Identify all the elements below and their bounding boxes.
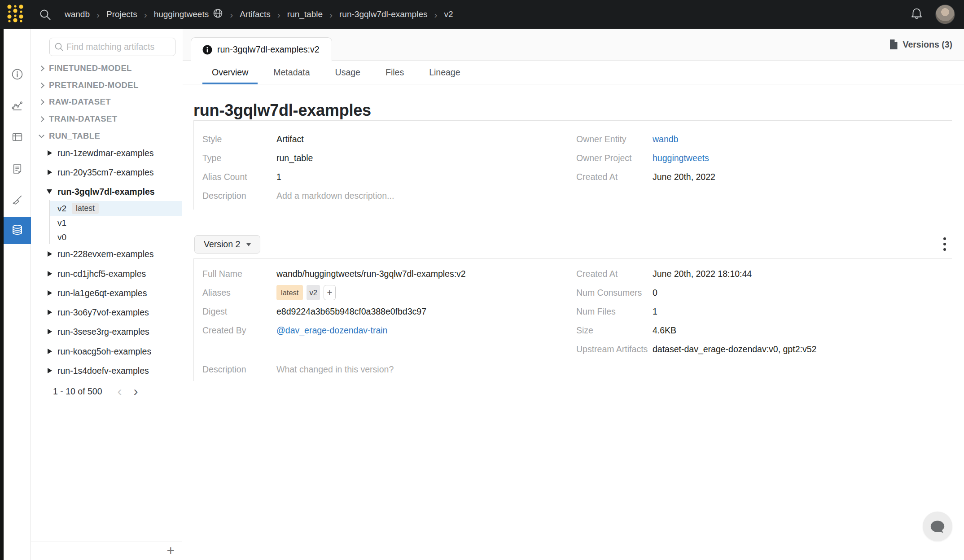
sidebar-version-item-v1[interactable]: v1 bbox=[50, 216, 182, 230]
tab-metadata[interactable]: Metadata bbox=[264, 61, 319, 84]
field-label: Full Name bbox=[202, 269, 276, 279]
sidebar-run-item[interactable]: run-cd1jhcf5-examples bbox=[31, 266, 182, 282]
triangle-right-icon bbox=[48, 349, 52, 354]
field-value: run_table bbox=[276, 153, 313, 163]
sidebar-run-item[interactable]: run-20y35cm7-examples bbox=[31, 164, 182, 180]
alias-tag-latest[interactable]: latest bbox=[276, 285, 303, 300]
breadcrumb-item-artifact-type[interactable]: run_table bbox=[287, 9, 323, 19]
sidebar-run-item[interactable]: run-228evxem-examples bbox=[31, 246, 182, 262]
tab-files[interactable]: Files bbox=[376, 61, 413, 84]
sidebar-run-item[interactable]: run-la1ge6qt-examples bbox=[31, 285, 182, 301]
breadcrumb-item-entity[interactable]: wandb bbox=[65, 9, 90, 19]
version-label: v2 bbox=[57, 204, 66, 214]
breadcrumb-label: run_table bbox=[287, 9, 323, 19]
chevron-right-icon bbox=[39, 83, 44, 88]
triangle-right-icon bbox=[48, 271, 52, 276]
tab-usage[interactable]: Usage bbox=[326, 61, 370, 84]
bell-icon[interactable] bbox=[910, 7, 924, 22]
sidebar-version-item-v2[interactable]: v2 latest bbox=[50, 201, 182, 216]
next-page-button[interactable]: › bbox=[134, 385, 138, 398]
rail-item-charts[interactable] bbox=[4, 93, 31, 120]
nav-rail bbox=[4, 29, 31, 560]
top-navbar: wandb › Projects › huggingtweets › Artif… bbox=[0, 0, 964, 29]
search-icon bbox=[54, 42, 64, 52]
sidebar-category-raw-dataset[interactable]: RAW-DATASET bbox=[31, 94, 182, 109]
rail-item-panels[interactable] bbox=[4, 124, 31, 151]
field-style: Style Artifact bbox=[202, 130, 576, 149]
versions-button[interactable]: Versions (3) bbox=[889, 39, 952, 50]
tab-lineage[interactable]: Lineage bbox=[420, 61, 469, 84]
search-icon[interactable] bbox=[39, 9, 51, 21]
triangle-right-icon bbox=[48, 170, 52, 175]
artifact-tab-card[interactable]: run-3gqlw7dl-examples:v2 bbox=[191, 37, 332, 61]
tab-label: Overview bbox=[212, 67, 248, 78]
artifact-overview-panel: Style Artifact Type run_table Alias Coun… bbox=[193, 120, 952, 214]
sidebar-run-item-expanded[interactable]: run-3gqlw7dl-examples bbox=[31, 184, 182, 200]
versions-button-label: Versions (3) bbox=[903, 39, 952, 50]
tab-label: Lineage bbox=[429, 67, 460, 78]
breadcrumb-item-project[interactable]: huggingtweets bbox=[154, 8, 223, 21]
breadcrumb: wandb › Projects › huggingtweets › Artif… bbox=[65, 8, 453, 21]
file-icon bbox=[889, 39, 898, 50]
alias-tag-v2[interactable]: v2 bbox=[307, 285, 320, 300]
sidebar-run-item[interactable]: run-koacg5oh-examples bbox=[31, 343, 182, 359]
rail-item-overview[interactable] bbox=[4, 61, 31, 88]
field-created-at: Created At June 20th, 2022 bbox=[576, 167, 952, 186]
breadcrumb-item-artifacts[interactable]: Artifacts bbox=[240, 9, 271, 19]
artifact-search-box[interactable] bbox=[49, 38, 175, 56]
breadcrumb-separator: › bbox=[96, 10, 100, 19]
field-label: Upstream Artifacts bbox=[576, 344, 653, 354]
panel-left-rule bbox=[193, 259, 194, 381]
field-alias-count: Alias Count 1 bbox=[202, 167, 576, 186]
sidebar-run-item[interactable]: run-3o6y7vof-examples bbox=[31, 304, 182, 320]
breadcrumb-item-artifact-name[interactable]: run-3gqlw7dl-examples bbox=[339, 9, 427, 19]
sidebar-run-item[interactable]: run-1zewdmar-examples bbox=[31, 145, 182, 161]
category-label: RAW-DATASET bbox=[49, 97, 111, 107]
chat-bubble-button[interactable] bbox=[923, 512, 952, 541]
breadcrumb-item-version[interactable]: v2 bbox=[444, 9, 453, 19]
sidebar-category-pretrained-model[interactable]: PRETRAINED-MODEL bbox=[31, 78, 182, 93]
artifact-sidebar: FINETUNED-MODEL PRETRAINED-MODEL RAW-DAT… bbox=[31, 29, 182, 560]
tab-overview[interactable]: Overview bbox=[202, 61, 258, 84]
field-label: Created At bbox=[576, 269, 653, 279]
field-version-description: Description What changed in this version… bbox=[202, 360, 576, 379]
search-input[interactable] bbox=[66, 42, 171, 52]
add-alias-button[interactable]: + bbox=[324, 285, 336, 300]
field-label: Owner Entity bbox=[576, 134, 653, 144]
sidebar-category-run-table[interactable]: RUN_TABLE bbox=[31, 128, 182, 144]
sidebar-category-finetuned-model[interactable]: FINETUNED-MODEL bbox=[31, 61, 182, 76]
field-value: 1 bbox=[653, 306, 657, 317]
kebab-menu[interactable] bbox=[942, 236, 947, 252]
version-label: v0 bbox=[57, 232, 66, 242]
description-placeholder[interactable]: Add a markdown description... bbox=[276, 191, 394, 201]
field-num-files: Num Files 1 bbox=[576, 302, 952, 321]
field-value: 1 bbox=[276, 172, 281, 182]
user-avatar[interactable] bbox=[935, 4, 955, 24]
sidebar-version-item-v0[interactable]: v0 bbox=[50, 230, 182, 245]
tree-indent-guide bbox=[49, 200, 50, 244]
field-label: Num Consumers bbox=[576, 288, 653, 298]
category-label: FINETUNED-MODEL bbox=[49, 63, 132, 73]
sidebar-run-item[interactable]: run-3sese3rg-examples bbox=[31, 324, 182, 340]
rail-item-sweeps[interactable] bbox=[4, 187, 31, 214]
sidebar-category-train-dataset[interactable]: TRAIN-DATASET bbox=[31, 111, 182, 127]
run-label: run-3o6y7vof-examples bbox=[57, 307, 149, 318]
version-description-placeholder[interactable]: What changed in this version? bbox=[276, 364, 394, 375]
rail-item-reports[interactable] bbox=[4, 156, 31, 183]
breadcrumb-separator: › bbox=[144, 10, 147, 19]
owner-project-link[interactable]: huggingtweets bbox=[653, 153, 709, 163]
add-artifact-button[interactable]: + bbox=[167, 544, 175, 557]
wandb-logo-icon[interactable] bbox=[6, 3, 25, 26]
created-by-link[interactable]: @dav_erage-dozendav-train bbox=[276, 325, 387, 336]
breadcrumb-separator: › bbox=[329, 10, 333, 19]
reports-icon bbox=[11, 162, 23, 176]
version-select-dropdown[interactable]: Version 2 bbox=[194, 235, 260, 254]
field-label: Style bbox=[202, 134, 276, 144]
owner-entity-link[interactable]: wandb bbox=[653, 134, 678, 144]
breadcrumb-item-projects[interactable]: Projects bbox=[106, 9, 137, 19]
sidebar-run-item[interactable]: run-1s4doefv-examples bbox=[31, 363, 182, 379]
run-label: run-20y35cm7-examples bbox=[57, 167, 154, 178]
chat-bubble-icon bbox=[929, 517, 946, 535]
prev-page-button[interactable]: ‹ bbox=[118, 385, 122, 398]
rail-item-artifacts[interactable] bbox=[4, 217, 31, 244]
